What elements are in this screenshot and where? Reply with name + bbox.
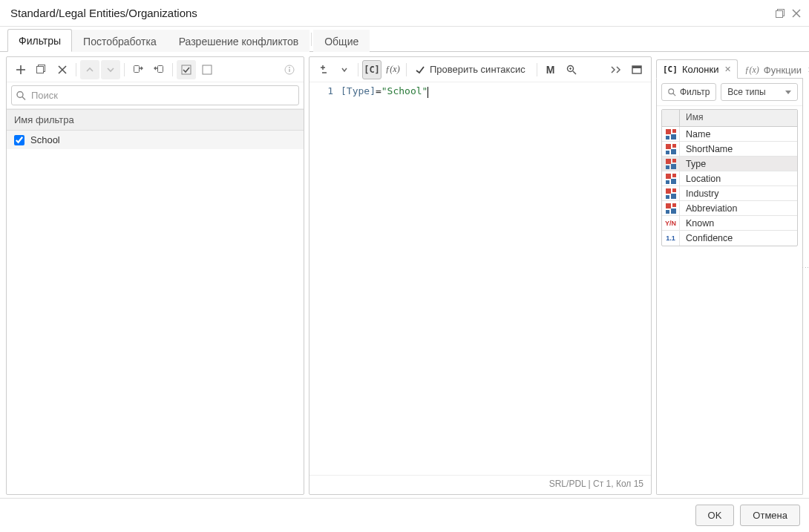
- column-name: Industry: [680, 188, 797, 199]
- tab-functions[interactable]: ƒ(x) Функции ✕: [738, 60, 809, 79]
- column-resize-handle[interactable]: ⋮: [801, 263, 809, 269]
- delete-filter-icon[interactable]: [53, 60, 72, 79]
- window-title: Standard/Legal Entities/Organizations: [10, 7, 197, 19]
- check-icon: [415, 65, 425, 75]
- code-area[interactable]: [Type]="School": [341, 82, 651, 475]
- token-bracket: [Type]: [341, 85, 376, 96]
- zoom-icon[interactable]: [562, 60, 581, 79]
- column-name: Type: [680, 159, 797, 169]
- columns-filter-label: Фильтр: [680, 87, 710, 97]
- svg-rect-13: [203, 65, 212, 74]
- code-editor[interactable]: 1 [Type]="School": [309, 82, 651, 475]
- filter-search-input[interactable]: [11, 85, 299, 105]
- columns-table: Имя NameShortNameTypeLocationIndustryAbb…: [661, 109, 798, 246]
- insert-function-button[interactable]: ƒ(x): [383, 60, 402, 79]
- columns-tab-icon: [C]: [663, 65, 678, 74]
- tab-columns[interactable]: [C] Колонки ✕: [656, 59, 738, 79]
- checkbox-empty-icon[interactable]: [197, 60, 217, 79]
- checkbox-checked-icon[interactable]: [177, 60, 196, 79]
- fx-icon: ƒ(x): [385, 64, 399, 75]
- tab-separator: [311, 33, 312, 46]
- line-number: 1: [309, 85, 333, 96]
- m-button[interactable]: M: [541, 60, 560, 79]
- chevron-down-small-icon[interactable]: [335, 60, 354, 79]
- search-icon: [668, 88, 676, 96]
- filters-panel: Имя фильтра School ⋮: [6, 56, 304, 495]
- filter-row-checkbox[interactable]: [14, 135, 24, 145]
- types-select[interactable]: Все типы: [721, 83, 798, 101]
- svg-line-23: [573, 71, 576, 74]
- close-functions-tab-icon[interactable]: ✕: [806, 65, 809, 75]
- svg-point-15: [289, 67, 290, 68]
- dialog-footer: OK Отмена: [0, 498, 809, 532]
- close-columns-tab-icon[interactable]: ✕: [723, 65, 733, 74]
- functions-tab-icon: ƒ(x): [744, 65, 759, 76]
- tab-conflicts[interactable]: Разрешение конфликтов: [168, 30, 310, 52]
- column-name: Location: [680, 174, 797, 184]
- column-type-icon: [662, 186, 680, 200]
- column-type-icon: [662, 201, 680, 215]
- columns-table-header: Имя: [662, 110, 797, 127]
- chevron-down-icon: [785, 91, 791, 94]
- tab-postprocess[interactable]: Постобработка: [72, 30, 168, 52]
- export-icon[interactable]: [149, 60, 168, 79]
- svg-rect-1: [776, 10, 783, 17]
- column-type-icon: [662, 127, 680, 141]
- column-type-icon: 1.1: [662, 231, 680, 246]
- insert-column-button[interactable]: [C]: [362, 60, 381, 79]
- column-row[interactable]: ShortName: [662, 142, 797, 157]
- token-string: "School": [381, 85, 428, 96]
- svg-line-29: [673, 93, 675, 95]
- column-row[interactable]: Industry: [662, 186, 797, 201]
- toggle-plusminus-icon[interactable]: [314, 60, 333, 79]
- titlebar: Standard/Legal Entities/Organizations: [0, 0, 809, 27]
- filter-name-header: Имя фильтра: [7, 109, 304, 131]
- top-tabs: Фильтры Постобработка Разрешение конфлик…: [0, 27, 809, 52]
- info-icon: [280, 60, 299, 79]
- add-filter-icon[interactable]: [11, 60, 30, 79]
- column-row[interactable]: Abbreviation: [662, 201, 797, 216]
- functions-tab-label: Функции: [764, 65, 802, 76]
- overflow-icon[interactable]: [606, 60, 626, 79]
- check-syntax-button[interactable]: Проверить синтаксис: [410, 60, 533, 79]
- svg-rect-7: [37, 66, 44, 73]
- types-select-label: Все типы: [727, 87, 765, 97]
- column-type-icon: [662, 171, 680, 185]
- column-name: Known: [680, 218, 797, 229]
- text-cursor: [428, 87, 428, 98]
- column-name: Confidence: [680, 233, 797, 243]
- import-icon[interactable]: [128, 60, 148, 79]
- move-up-icon: [80, 60, 99, 79]
- column-row[interactable]: Y/NKnown: [662, 216, 797, 231]
- column-type-icon: [662, 142, 680, 156]
- side-tabs: [C] Колонки ✕ ƒ(x) Функции ✕: [656, 56, 803, 79]
- ok-button[interactable]: OK: [695, 505, 735, 526]
- popout-icon[interactable]: [627, 60, 646, 79]
- column-type-icon: [662, 157, 680, 171]
- column-row[interactable]: Type: [662, 157, 797, 171]
- window-close-icon[interactable]: [791, 8, 802, 19]
- tab-filters[interactable]: Фильтры: [7, 29, 72, 52]
- move-down-icon: [101, 60, 120, 79]
- cancel-button[interactable]: Отмена: [740, 505, 800, 526]
- check-syntax-label: Проверить синтаксис: [430, 64, 525, 75]
- tab-common[interactable]: Общие: [313, 30, 370, 52]
- editor-panel: [C] ƒ(x) Проверить синтаксис M 1: [309, 56, 652, 495]
- filter-row[interactable]: School: [7, 131, 304, 149]
- column-row[interactable]: Name: [662, 127, 797, 142]
- column-name: Abbreviation: [680, 203, 797, 214]
- column-row[interactable]: Location: [662, 171, 797, 186]
- editor-statusbar: SRL/PDL | Ст 1, Кол 15: [309, 475, 651, 494]
- column-row[interactable]: 1.1Confidence: [662, 231, 797, 246]
- column-name: Name: [680, 129, 797, 139]
- editor-toolbar: [C] ƒ(x) Проверить синтаксис M: [309, 57, 651, 82]
- svg-rect-27: [632, 66, 641, 68]
- columns-filter-button[interactable]: Фильтр: [661, 83, 716, 101]
- filters-toolbar: [7, 57, 304, 82]
- side-panel: [C] Колонки ✕ ƒ(x) Функции ✕ Фильтр Все …: [656, 56, 803, 495]
- filter-row-label: School: [30, 134, 60, 145]
- svg-rect-10: [134, 65, 140, 72]
- window-restore-icon[interactable]: [775, 8, 785, 19]
- copy-filter-icon[interactable]: [32, 60, 51, 79]
- columns-tab-label: Колонки: [682, 64, 719, 75]
